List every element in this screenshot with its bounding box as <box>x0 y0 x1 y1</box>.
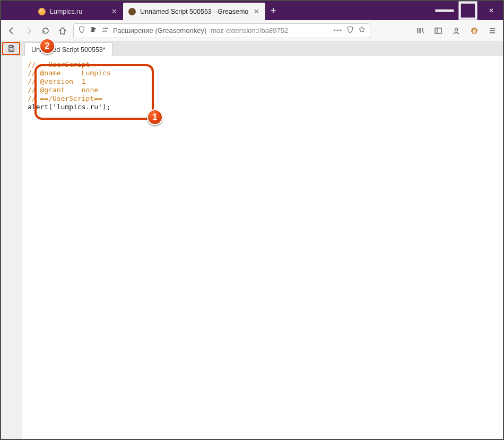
svg-rect-8 <box>435 28 441 33</box>
bookmark-star-icon[interactable] <box>358 26 366 35</box>
new-tab-button[interactable]: + <box>265 1 281 20</box>
code-line: alert('lumpics.ru'); <box>28 103 111 111</box>
svg-rect-6 <box>105 28 108 29</box>
back-button[interactable] <box>5 24 18 37</box>
address-bar[interactable]: Расширение (Greasemonkey) moz-extension:… <box>73 23 370 38</box>
forward-button[interactable] <box>22 24 35 37</box>
app-menu-icon[interactable] <box>486 24 499 37</box>
close-window-button[interactable]: ✕ <box>480 1 503 20</box>
shield-icon[interactable] <box>78 26 85 35</box>
sidebars-icon[interactable] <box>432 24 445 37</box>
url-text: moz-extension://ba89752 <box>211 27 329 34</box>
code-editor[interactable]: // ==UserScript== // @name Lumpics // @v… <box>22 56 116 439</box>
favicon-greasemonkey <box>128 8 136 15</box>
maximize-button[interactable] <box>456 1 480 20</box>
svg-point-4 <box>103 28 104 29</box>
tab-lumpics[interactable]: Lumpics.ru ✕ <box>33 3 123 20</box>
close-tab-icon[interactable]: ✕ <box>110 8 118 15</box>
navbar: Расширение (Greasemonkey) moz-extension:… <box>1 20 503 41</box>
page-actions-ellipsis[interactable]: ••• <box>333 27 342 34</box>
svg-point-16 <box>475 29 475 30</box>
svg-rect-7 <box>102 31 106 32</box>
tab-script-editor[interactable]: Unnamed Script 500553 - Greasemo ✕ <box>123 3 265 20</box>
account-icon[interactable] <box>450 24 463 37</box>
home-button[interactable] <box>56 24 69 37</box>
save-button[interactable] <box>2 42 20 55</box>
line-gutter <box>1 56 22 439</box>
code-line: // ==UserScript== <box>28 60 111 69</box>
svg-rect-1 <box>460 3 476 19</box>
svg-point-3 <box>94 28 96 30</box>
tab-title: Lumpics.ru <box>50 8 106 15</box>
code-line: // @version 1 <box>28 77 111 86</box>
editor-toolbar: Unnamed Script 500553* <box>1 41 503 56</box>
svg-point-15 <box>473 29 474 30</box>
svg-rect-21 <box>10 49 13 51</box>
code-line: // @name Lumpics <box>28 69 111 77</box>
editor-file-tab[interactable]: Unnamed Script 500553* <box>24 42 112 56</box>
code-line: // @grant none <box>28 86 111 94</box>
code-line: // ==/UserScript== <box>28 94 111 103</box>
window-controls: ✕ <box>433 1 503 20</box>
reload-button[interactable] <box>39 24 52 37</box>
close-tab-icon[interactable]: ✕ <box>253 8 260 15</box>
titlebar: Lumpics.ru ✕ Unnamed Script 500553 - Gre… <box>1 1 503 20</box>
editor-tab-label: Unnamed Script 500553* <box>31 46 106 54</box>
tracking-protection-icon[interactable] <box>346 26 354 35</box>
editor-body: // ==UserScript== // @name Lumpics // @v… <box>1 56 503 439</box>
library-icon[interactable] <box>414 24 427 37</box>
svg-point-10 <box>455 28 457 31</box>
extension-icon <box>90 26 97 35</box>
minimize-button[interactable] <box>433 1 456 20</box>
favicon-lumpics <box>38 8 46 15</box>
tab-title: Unnamed Script 500553 - Greasemo <box>140 8 248 15</box>
greasemonkey-icon[interactable] <box>468 24 481 37</box>
extension-label: Расширение (Greasemonkey) <box>113 27 206 34</box>
permissions-icon[interactable] <box>101 26 109 35</box>
svg-point-5 <box>106 30 107 31</box>
